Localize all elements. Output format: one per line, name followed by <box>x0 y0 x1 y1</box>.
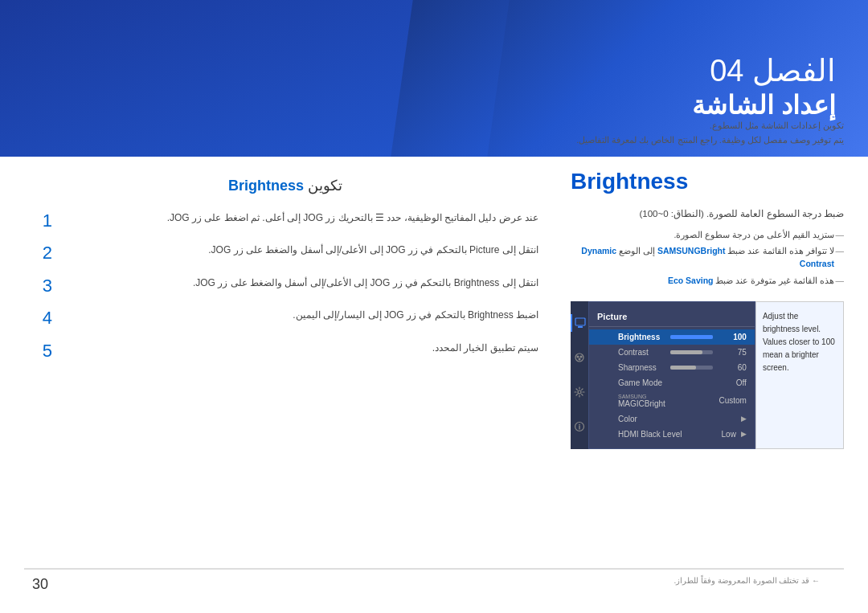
svg-rect-2 <box>578 326 583 328</box>
bottom-note-inner: ← قد تختلف الصورة المعروضة وفقاً للطراز. <box>24 576 844 585</box>
menu-panel: Picture Brightness 100 Contrast 75 Sharp… <box>588 301 755 449</box>
menu-item[interactable]: Contrast 75 <box>589 345 755 360</box>
menu-item[interactable]: Sharpness 60 <box>589 360 755 375</box>
progress-fill <box>670 350 702 354</box>
menu-item-label: SAMSUNGMAGICBright <box>618 394 714 408</box>
menu-items: Brightness 100 Contrast 75 Sharpness 60 … <box>589 329 755 442</box>
menu-item-value: Custom <box>719 396 746 405</box>
info-panel-text: Adjust the brightness level. Values clos… <box>763 312 835 372</box>
menu-item[interactable]: Color ▶ <box>589 411 755 427</box>
left-panel: تكوين Brightness عند عرض دليل المفاتيح ا… <box>0 169 563 565</box>
step-text: اضبط Brightness بالتحكم في زر JOG إلى ال… <box>60 308 538 323</box>
step-number: 5 <box>32 341 52 362</box>
menu-item-value: 75 <box>723 348 747 357</box>
chapter-title: إعداد الشاشة <box>692 90 836 121</box>
brightness-heading: Brightness <box>571 169 844 194</box>
note-line-1-text: ستزيد القيم الأعلى من درجة سطوع الصورة. <box>674 230 834 239</box>
menu-item-label: Sharpness <box>618 363 661 372</box>
svg-point-6 <box>579 358 581 361</box>
step-text: سيتم تطبيق الخيار المحدد. <box>60 341 538 356</box>
instruction-step: انتقل إلى Picture بالتحكم في زر JOG إلى … <box>32 243 538 264</box>
menu-item[interactable]: HDMI Black Level Low ▶ <box>589 427 755 442</box>
menu-item-value: 100 <box>723 333 747 341</box>
info-icon[interactable] <box>571 418 588 435</box>
content-area: تكوين Brightness عند عرض دليل المفاتيح ا… <box>0 169 868 565</box>
color-icon[interactable] <box>571 349 588 366</box>
menu-header: Picture <box>589 309 755 327</box>
instruction-step: عند عرض دليل المفاتيح الوظيفية، حدد ☰ با… <box>32 210 538 231</box>
instruction-list: عند عرض دليل المفاتيح الوظيفية، حدد ☰ با… <box>32 210 538 362</box>
monitor-container: Picture Brightness 100 Contrast 75 Sharp… <box>571 301 844 449</box>
menu-item[interactable]: Game Mode Off <box>589 375 755 390</box>
menu-item-label: Contrast <box>618 348 661 357</box>
step-text: عند عرض دليل المفاتيح الوظيفية، حدد ☰ با… <box>60 210 538 226</box>
submenu-arrow-icon: ▶ <box>741 430 747 438</box>
samsung-bright-label: SAMSUNGBright <box>657 246 726 255</box>
picture-icon[interactable] <box>571 314 588 332</box>
menu-item[interactable]: SAMSUNGMAGICBright Custom <box>589 390 755 411</box>
progress-bar <box>670 350 713 354</box>
progress-fill <box>670 335 713 339</box>
note-line-2: لا تتوافر هذه القائمة عند ضبط SAMSUNGBri… <box>571 245 844 271</box>
step-number: 3 <box>32 276 52 296</box>
step-text: انتقل إلى Brightness بالتحكم في زر JOG إ… <box>60 276 538 291</box>
progress-fill <box>670 366 696 370</box>
note-line-3: هذه القائمة غير متوفرة عند ضبط Eco Savin… <box>571 275 844 288</box>
menu-item-label: Game Mode <box>618 378 718 387</box>
svg-point-10 <box>579 423 580 425</box>
submenu-arrow-icon: ▶ <box>741 415 747 423</box>
settings-icon[interactable] <box>571 383 588 401</box>
menu-item-label: Brightness <box>618 333 661 341</box>
instruction-step: سيتم تطبيق الخيار المحدد. 5 <box>32 341 538 362</box>
step-number: 2 <box>32 243 52 264</box>
svg-rect-1 <box>575 318 585 325</box>
eco-saving-label: Eco Saving <box>668 276 714 285</box>
svg-marker-0 <box>0 0 450 157</box>
menu-item-value: 60 <box>723 363 747 372</box>
progress-bar <box>670 335 713 339</box>
instruction-step: انتقل إلى Brightness بالتحكم في زر JOG إ… <box>32 276 538 296</box>
step-text: انتقل إلى Picture بالتحكم في زر JOG إلى … <box>60 243 538 258</box>
section-title-en: Brightness <box>228 178 304 194</box>
step-number: 1 <box>32 210 52 231</box>
svg-point-4 <box>577 356 579 358</box>
instruction-step: اضبط Brightness بالتحكم في زر JOG إلى ال… <box>32 308 538 329</box>
menu-item-value: Low <box>712 430 736 439</box>
menu-item-label: HDMI Black Level <box>618 430 707 439</box>
note-line-1: ستزيد القيم الأعلى من درجة سطوع الصورة. <box>571 229 844 242</box>
chapter-number: الفصل 04 <box>710 53 836 88</box>
right-panel: Brightness ضبط درجة السطوع العامة للصورة… <box>563 169 868 565</box>
subtitle-line-2: يتم توفير وصف مفصل لكل وظيفة. راجع المنت… <box>576 133 844 148</box>
subtitle-area: تكوين إعدادات الشاشة مثل السطوع. يتم توف… <box>576 119 844 147</box>
bottom-note: ← قد تختلف الصورة المعروضة وفقاً للطراز. <box>24 569 844 585</box>
progress-bar <box>670 366 713 370</box>
menu-item-value: Off <box>723 378 747 387</box>
menu-item-label: Color <box>618 415 707 423</box>
side-icons <box>571 301 588 449</box>
menu-item[interactable]: Brightness 100 <box>589 329 755 345</box>
section-title: تكوين Brightness <box>32 177 538 194</box>
step-number: 4 <box>32 308 52 329</box>
page-number: 30 <box>32 576 48 593</box>
section-title-ar: تكوين <box>308 178 342 194</box>
svg-point-5 <box>580 356 583 358</box>
subtitle-line-1: تكوين إعدادات الشاشة مثل السطوع. <box>576 119 844 133</box>
info-panel: Adjust the brightness level. Values clos… <box>755 301 844 449</box>
svg-point-7 <box>578 390 581 394</box>
description-text: ضبط درجة السطوع العامة للصورة. (النطاق: … <box>571 206 844 223</box>
